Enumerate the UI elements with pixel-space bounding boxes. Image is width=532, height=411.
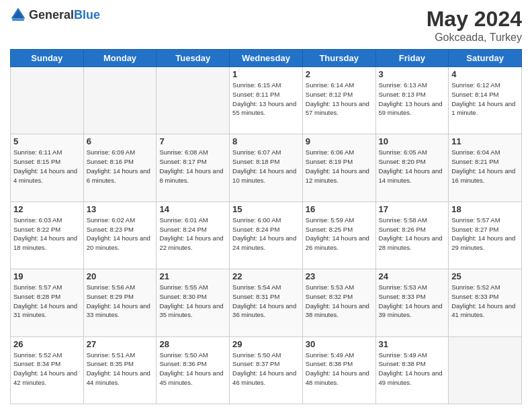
calendar-table: Sunday Monday Tuesday Wednesday Thursday… xyxy=(10,49,522,404)
day-info: Sunrise: 6:01 AM Sunset: 8:24 PM Dayligh… xyxy=(159,216,226,253)
day-info: Sunrise: 6:09 AM Sunset: 8:16 PM Dayligh… xyxy=(87,148,154,185)
calendar-cell: 26Sunrise: 5:52 AM Sunset: 8:34 PM Dayli… xyxy=(11,336,84,404)
day-info: Sunrise: 5:50 AM Sunset: 8:37 PM Dayligh… xyxy=(232,351,300,387)
calendar-cell: 18Sunrise: 5:57 AM Sunset: 8:27 PM Dayli… xyxy=(449,201,522,269)
day-number: 10 xyxy=(379,136,446,146)
day-number: 18 xyxy=(451,204,519,214)
day-info: Sunrise: 5:52 AM Sunset: 8:34 PM Dayligh… xyxy=(13,351,81,387)
day-info: Sunrise: 5:57 AM Sunset: 8:28 PM Dayligh… xyxy=(13,283,81,320)
calendar-week-4: 26Sunrise: 5:52 AM Sunset: 8:34 PM Dayli… xyxy=(11,336,522,404)
header: GeneralBlue May 2024 Gokceada, Turkey xyxy=(10,7,522,44)
day-info: Sunrise: 6:14 AM Sunset: 8:12 PM Dayligh… xyxy=(306,81,373,118)
day-info: Sunrise: 6:15 AM Sunset: 8:11 PM Dayligh… xyxy=(232,81,300,118)
day-info: Sunrise: 5:55 AM Sunset: 8:30 PM Dayligh… xyxy=(159,283,226,320)
calendar-cell: 12Sunrise: 6:03 AM Sunset: 8:22 PM Dayli… xyxy=(11,201,84,269)
day-info: Sunrise: 5:51 AM Sunset: 8:35 PM Dayligh… xyxy=(87,351,154,387)
day-number: 6 xyxy=(87,136,154,146)
calendar-cell: 21Sunrise: 5:55 AM Sunset: 8:30 PM Dayli… xyxy=(157,269,230,336)
col-wednesday: Wednesday xyxy=(230,50,303,67)
svg-rect-2 xyxy=(12,19,24,20)
day-info: Sunrise: 6:06 AM Sunset: 8:19 PM Dayligh… xyxy=(306,148,373,185)
day-number: 29 xyxy=(232,339,300,349)
day-number: 25 xyxy=(451,271,519,281)
logo-icon xyxy=(10,7,26,23)
day-info: Sunrise: 6:12 AM Sunset: 8:14 PM Dayligh… xyxy=(451,81,519,118)
calendar-cell xyxy=(11,67,84,134)
logo-general: General xyxy=(29,8,74,21)
day-number: 17 xyxy=(379,204,446,214)
calendar-cell: 7Sunrise: 6:08 AM Sunset: 8:17 PM Daylig… xyxy=(157,134,230,201)
calendar-cell: 11Sunrise: 6:04 AM Sunset: 8:21 PM Dayli… xyxy=(449,134,522,201)
col-monday: Monday xyxy=(83,50,157,67)
day-number: 24 xyxy=(379,271,446,281)
calendar-week-3: 19Sunrise: 5:57 AM Sunset: 8:28 PM Dayli… xyxy=(11,269,522,336)
page: GeneralBlue May 2024 Gokceada, Turkey Su… xyxy=(0,0,532,411)
main-title: May 2024 xyxy=(427,7,522,32)
calendar-cell: 22Sunrise: 5:54 AM Sunset: 8:31 PM Dayli… xyxy=(230,269,303,336)
calendar-week-0: 1Sunrise: 6:15 AM Sunset: 8:11 PM Daylig… xyxy=(11,67,522,134)
day-number: 21 xyxy=(159,271,226,281)
day-number: 19 xyxy=(13,271,81,281)
col-thursday: Thursday xyxy=(302,50,375,67)
day-info: Sunrise: 6:11 AM Sunset: 8:15 PM Dayligh… xyxy=(13,148,81,185)
day-number: 20 xyxy=(87,271,154,281)
col-tuesday: Tuesday xyxy=(157,50,230,67)
calendar-cell: 8Sunrise: 6:07 AM Sunset: 8:18 PM Daylig… xyxy=(230,134,303,201)
day-number: 1 xyxy=(232,69,300,79)
day-info: Sunrise: 6:08 AM Sunset: 8:17 PM Dayligh… xyxy=(159,148,226,185)
day-number: 16 xyxy=(306,204,373,214)
day-number: 27 xyxy=(87,339,154,349)
calendar-cell: 10Sunrise: 6:05 AM Sunset: 8:20 PM Dayli… xyxy=(375,134,449,201)
day-number: 22 xyxy=(232,271,300,281)
calendar-cell: 27Sunrise: 5:51 AM Sunset: 8:35 PM Dayli… xyxy=(83,336,157,404)
calendar-cell: 9Sunrise: 6:06 AM Sunset: 8:19 PM Daylig… xyxy=(302,134,375,201)
day-number: 12 xyxy=(13,204,81,214)
day-info: Sunrise: 5:53 AM Sunset: 8:33 PM Dayligh… xyxy=(379,283,446,320)
calendar-cell xyxy=(157,67,230,134)
calendar-header-row: Sunday Monday Tuesday Wednesday Thursday… xyxy=(11,50,522,67)
calendar-cell: 24Sunrise: 5:53 AM Sunset: 8:33 PM Dayli… xyxy=(375,269,449,336)
calendar-cell: 23Sunrise: 5:53 AM Sunset: 8:32 PM Dayli… xyxy=(302,269,375,336)
day-info: Sunrise: 6:03 AM Sunset: 8:22 PM Dayligh… xyxy=(13,216,81,253)
day-number: 31 xyxy=(379,339,446,349)
col-friday: Friday xyxy=(375,50,449,67)
calendar-cell: 28Sunrise: 5:50 AM Sunset: 8:36 PM Dayli… xyxy=(157,336,230,404)
calendar-cell: 14Sunrise: 6:01 AM Sunset: 8:24 PM Dayli… xyxy=(157,201,230,269)
day-info: Sunrise: 6:04 AM Sunset: 8:21 PM Dayligh… xyxy=(451,148,519,185)
day-number: 13 xyxy=(87,204,154,214)
calendar-cell: 20Sunrise: 5:56 AM Sunset: 8:29 PM Dayli… xyxy=(83,269,157,336)
day-number: 15 xyxy=(232,204,300,214)
day-info: Sunrise: 6:00 AM Sunset: 8:24 PM Dayligh… xyxy=(232,216,300,253)
day-info: Sunrise: 6:05 AM Sunset: 8:20 PM Dayligh… xyxy=(379,148,446,185)
calendar-cell: 29Sunrise: 5:50 AM Sunset: 8:37 PM Dayli… xyxy=(230,336,303,404)
day-info: Sunrise: 5:53 AM Sunset: 8:32 PM Dayligh… xyxy=(306,283,373,320)
calendar-week-1: 5Sunrise: 6:11 AM Sunset: 8:15 PM Daylig… xyxy=(11,134,522,201)
day-info: Sunrise: 6:13 AM Sunset: 8:13 PM Dayligh… xyxy=(379,81,446,118)
day-number: 23 xyxy=(306,271,373,281)
title-block: May 2024 Gokceada, Turkey xyxy=(427,7,522,44)
day-number: 4 xyxy=(451,69,519,79)
calendar-cell: 31Sunrise: 5:49 AM Sunset: 8:38 PM Dayli… xyxy=(375,336,449,404)
day-info: Sunrise: 6:02 AM Sunset: 8:23 PM Dayligh… xyxy=(87,216,154,253)
calendar-cell: 5Sunrise: 6:11 AM Sunset: 8:15 PM Daylig… xyxy=(11,134,84,201)
calendar-cell: 2Sunrise: 6:14 AM Sunset: 8:12 PM Daylig… xyxy=(302,67,375,134)
calendar-cell: 17Sunrise: 5:58 AM Sunset: 8:26 PM Dayli… xyxy=(375,201,449,269)
day-number: 8 xyxy=(232,136,300,146)
day-info: Sunrise: 5:49 AM Sunset: 8:38 PM Dayligh… xyxy=(379,351,446,387)
logo-blue: Blue xyxy=(74,8,100,21)
calendar-cell: 30Sunrise: 5:49 AM Sunset: 8:38 PM Dayli… xyxy=(302,336,375,404)
calendar-cell: 6Sunrise: 6:09 AM Sunset: 8:16 PM Daylig… xyxy=(83,134,157,201)
day-number: 7 xyxy=(159,136,226,146)
day-info: Sunrise: 5:49 AM Sunset: 8:38 PM Dayligh… xyxy=(306,351,373,387)
calendar-cell: 25Sunrise: 5:52 AM Sunset: 8:33 PM Dayli… xyxy=(449,269,522,336)
day-number: 26 xyxy=(13,339,81,349)
day-number: 3 xyxy=(379,69,446,79)
day-number: 11 xyxy=(451,136,519,146)
day-info: Sunrise: 5:58 AM Sunset: 8:26 PM Dayligh… xyxy=(379,216,446,253)
day-info: Sunrise: 5:57 AM Sunset: 8:27 PM Dayligh… xyxy=(451,216,519,253)
calendar-cell: 4Sunrise: 6:12 AM Sunset: 8:14 PM Daylig… xyxy=(449,67,522,134)
calendar-cell: 13Sunrise: 6:02 AM Sunset: 8:23 PM Dayli… xyxy=(83,201,157,269)
day-number: 30 xyxy=(306,339,373,349)
subtitle: Gokceada, Turkey xyxy=(427,32,522,44)
col-saturday: Saturday xyxy=(449,50,522,67)
